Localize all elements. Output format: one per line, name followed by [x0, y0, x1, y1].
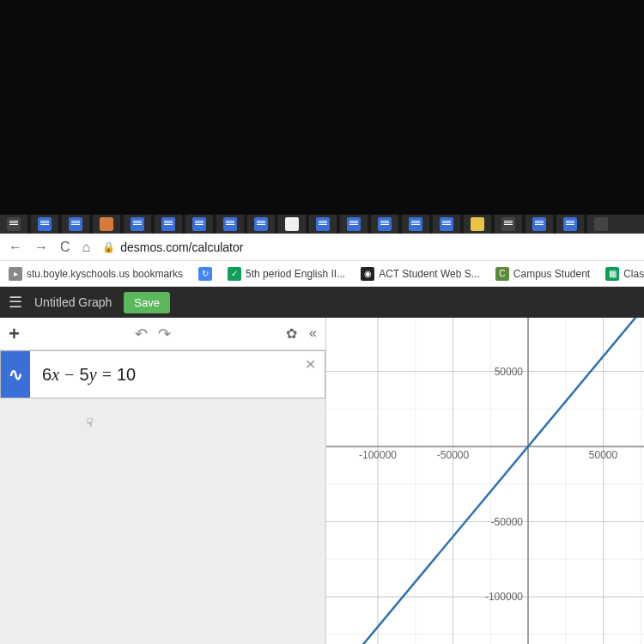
bookmark-label: Campus Student: [513, 268, 590, 280]
bookmark-icon: ▦: [605, 267, 619, 281]
lock-icon: 🔒: [102, 241, 115, 253]
wave-icon: ∿: [9, 364, 23, 385]
url-field[interactable]: 🔒 desmos.com/calculator: [102, 240, 243, 254]
tab-icon[interactable]: [285, 217, 299, 231]
expression-panel: + ↶ ↷ ✿ « ∿ 6x − 5y = 10: [0, 318, 326, 644]
browser-tab-strip: [0, 215, 644, 234]
bookmark-label: Classes: [623, 268, 644, 280]
svg-text:-50000: -50000: [491, 516, 524, 528]
collapse-panel-button[interactable]: «: [309, 325, 317, 342]
home-button[interactable]: ⌂: [82, 240, 91, 255]
bookmark-item[interactable]: ↻: [198, 267, 212, 281]
tab-icon[interactable]: [38, 217, 52, 231]
tab-icon[interactable]: [7, 217, 21, 231]
tab-icon[interactable]: [69, 217, 82, 231]
bookmark-item[interactable]: C Campus Student: [495, 267, 590, 281]
bookmark-label: 5th period English II...: [246, 268, 345, 280]
tab-icon[interactable]: [594, 217, 608, 231]
expression-row[interactable]: ∿ 6x − 5y = 10 ✕: [0, 350, 325, 398]
bookmark-item[interactable]: ✓ 5th period English II...: [228, 267, 345, 281]
svg-text:-100000: -100000: [485, 591, 523, 603]
menu-icon[interactable]: ☰: [9, 293, 22, 312]
tab-icon[interactable]: [378, 217, 392, 231]
bookmark-item[interactable]: ▦ Classes: [605, 267, 644, 281]
bookmark-icon: ✓: [228, 267, 241, 281]
settings-icon[interactable]: ✿: [286, 325, 297, 342]
expression-toolbar: + ↶ ↷ ✿ «: [0, 318, 325, 350]
graph-svg: -100000-5000050000-100000-5000050000: [326, 318, 644, 644]
add-expression-button[interactable]: +: [9, 323, 20, 345]
expression-input[interactable]: 6x − 5y = 10: [30, 365, 325, 385]
tab-icon[interactable]: [409, 217, 422, 231]
expression-icon-badge[interactable]: ∿: [1, 351, 30, 398]
bookmark-icon: C: [495, 267, 509, 281]
svg-text:-100000: -100000: [359, 449, 397, 461]
tab-icon[interactable]: [192, 217, 206, 231]
app-header: ☰ Untitled Graph Save: [0, 287, 644, 318]
tab-icon[interactable]: [532, 217, 546, 231]
bookmark-icon: ◉: [361, 267, 374, 281]
tab-icon[interactable]: [254, 217, 268, 231]
bookmark-label: stu.boyle.kyschools.us bookmarks: [27, 268, 183, 280]
tab-icon[interactable]: [131, 217, 144, 231]
graph-canvas[interactable]: -100000-5000050000-100000-5000050000: [326, 318, 644, 644]
forward-button[interactable]: →: [34, 240, 48, 255]
svg-text:50000: 50000: [589, 449, 618, 461]
undo-button[interactable]: ↶: [135, 325, 148, 343]
tab-icon[interactable]: [347, 217, 361, 231]
delete-expression-button[interactable]: ✕: [305, 356, 316, 373]
back-button[interactable]: ←: [9, 240, 22, 255]
address-bar: ← → C ⌂ 🔒 desmos.com/calculator: [0, 234, 644, 261]
bookmark-item[interactable]: ▸ stu.boyle.kyschools.us bookmarks: [9, 267, 183, 281]
svg-text:-50000: -50000: [437, 449, 470, 461]
bookmark-item[interactable]: ◉ ACT Student Web S...: [361, 267, 480, 281]
graph-title[interactable]: Untitled Graph: [34, 295, 112, 309]
tab-icon[interactable]: [100, 217, 113, 231]
tab-icon[interactable]: [471, 217, 484, 231]
tab-icon[interactable]: [161, 217, 175, 231]
tab-icon[interactable]: [501, 217, 515, 231]
redo-button[interactable]: ↷: [158, 325, 171, 343]
expression-empty-area[interactable]: ☟: [0, 398, 325, 644]
tab-icon[interactable]: [223, 217, 237, 231]
tab-icon[interactable]: [440, 217, 453, 231]
cursor-icon: ☟: [86, 416, 94, 429]
url-text: desmos.com/calculator: [120, 240, 243, 254]
tab-icon[interactable]: [563, 217, 577, 231]
bookmarks-bar: ▸ stu.boyle.kyschools.us bookmarks ↻ ✓ 5…: [0, 261, 644, 287]
folder-icon: ▸: [9, 267, 22, 281]
bookmark-icon: ↻: [198, 267, 212, 281]
reload-button[interactable]: C: [60, 240, 70, 255]
bookmark-label: ACT Student Web S...: [379, 268, 480, 280]
svg-text:50000: 50000: [495, 366, 524, 378]
tab-icon[interactable]: [316, 217, 330, 231]
save-button[interactable]: Save: [124, 292, 170, 313]
